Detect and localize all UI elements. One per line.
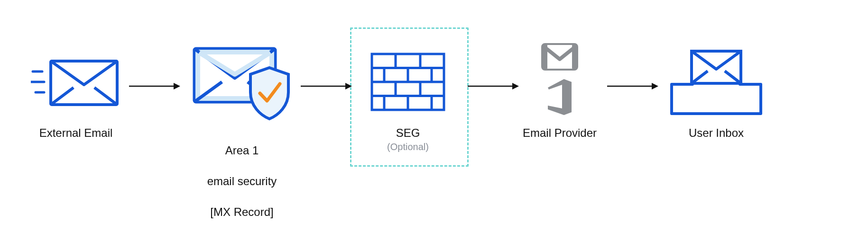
svg-rect-31 [542, 44, 547, 70]
firewall-icon [370, 40, 446, 125]
node-seg: SEG (Optional) [360, 40, 455, 152]
arrow-3 [467, 81, 519, 91]
area1-label-line2: email security [207, 175, 277, 187]
node-user-inbox: User Inbox [664, 40, 768, 141]
office-icon [544, 78, 575, 118]
seg-label: SEG [396, 125, 420, 141]
inbox-icon [669, 40, 764, 125]
svg-marker-7 [174, 83, 180, 89]
area1-label: Area 1 email security [MX Record] [207, 128, 277, 220]
provider-icons [541, 36, 578, 125]
email-provider-label: Email Provider [523, 125, 597, 141]
arrow-2 [300, 81, 352, 91]
external-email-label: External Email [39, 125, 113, 141]
gmail-icon [541, 43, 578, 72]
node-external-email: External Email [24, 40, 128, 141]
arrow-4 [606, 81, 658, 91]
external-email-icon [31, 40, 121, 125]
node-email-provider: Email Provider [512, 36, 607, 141]
email-flow-diagram: External Email [0, 0, 868, 241]
node-area1: Area 1 email security [MX Record] [180, 33, 304, 220]
area1-shield-icon [190, 33, 294, 128]
seg-sublabel: (Optional) [387, 142, 429, 152]
area1-label-line3: [MX Record] [210, 205, 273, 218]
svg-marker-13 [345, 83, 352, 89]
area1-label-line1: Area 1 [225, 144, 259, 157]
user-inbox-label: User Inbox [689, 125, 744, 141]
svg-rect-32 [572, 44, 577, 70]
svg-marker-34 [652, 83, 658, 89]
arrow-1 [128, 81, 180, 91]
